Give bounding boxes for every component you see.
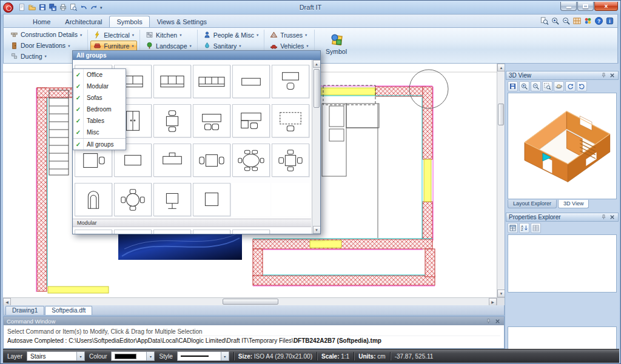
symbol-thumb-partial[interactable]	[153, 230, 191, 234]
rotate-ccw-icon[interactable]	[577, 81, 587, 91]
symbol-thumb-table-square[interactable]	[193, 183, 230, 216]
ribbon-button-construction-details[interactable]: Construction Details▾	[7, 30, 85, 40]
zoom-out-icon[interactable]	[531, 81, 541, 91]
symbol-group-tables[interactable]: ✓Tables	[73, 115, 126, 127]
undo-icon[interactable]	[79, 3, 88, 12]
ribbon-button-trusses[interactable]: Trusses▾	[267, 30, 311, 40]
zoom-in-icon[interactable]	[551, 16, 560, 25]
symbol-thumb-console-table[interactable]	[232, 65, 270, 98]
zoom-extents-icon[interactable]	[542, 81, 552, 91]
ribbon-button-kitchen[interactable]: Kitchen▾	[143, 30, 195, 40]
symbol-thumb-table-2chairs[interactable]	[153, 104, 191, 137]
symbol-group-office[interactable]: ✓Office	[73, 69, 126, 81]
symbol-thumb-desk-return[interactable]	[232, 104, 270, 137]
symbol-group-label: All groups	[87, 141, 113, 148]
chevron-down-icon[interactable]: ▾	[76, 352, 84, 360]
dropdown-scrollbar[interactable]: ▲ ▼	[312, 60, 320, 234]
vertical-scroll-thumb[interactable]	[498, 104, 504, 125]
symbol-thumb-table-round-6[interactable]	[232, 144, 270, 177]
panel-tab-layout-explorer[interactable]: Layout Explorer	[508, 200, 557, 208]
view3d-viewport[interactable]	[508, 93, 617, 199]
app-logo-icon[interactable]	[3, 2, 13, 13]
qat-dropdown-caret[interactable]: ▾	[100, 4, 102, 10]
layer-select[interactable]: Stairs ▾	[27, 351, 85, 361]
symbol-group-sofas[interactable]: ✓Sofas	[73, 92, 126, 104]
zoom-in-icon[interactable]	[519, 81, 529, 91]
print-icon[interactable]	[58, 3, 67, 12]
categorized-icon[interactable]	[508, 223, 518, 233]
tab-views-settings[interactable]: Views & Settings	[150, 16, 214, 27]
dropdown-scroll-thumb[interactable]	[314, 69, 320, 108]
symbol-thumb-desk-dashed[interactable]	[272, 104, 309, 137]
close-icon[interactable]	[609, 214, 616, 220]
properties-grid[interactable]	[508, 234, 617, 293]
symbol-thumb-table-square-4[interactable]	[272, 144, 309, 177]
symbol-thumb-partial[interactable]	[232, 230, 270, 234]
new-document-icon[interactable]	[17, 3, 26, 12]
horizontal-scrollbar[interactable]: ◀ ▶	[3, 297, 497, 305]
zoom-page-icon[interactable]	[540, 16, 549, 25]
scroll-up-arrow[interactable]: ▲	[313, 60, 321, 68]
tab-home[interactable]: Home	[25, 16, 58, 27]
save-all-icon[interactable]	[48, 3, 57, 12]
close-button[interactable]: ×	[594, 2, 618, 11]
pin-icon[interactable]	[600, 214, 607, 220]
save-icon[interactable]	[38, 3, 47, 12]
symbol-thumb-partial[interactable]	[114, 230, 152, 234]
ribbon-button-furniture[interactable]: Furniture▾	[90, 41, 137, 51]
symbol-thumb-sofa[interactable]	[153, 65, 191, 98]
chevron-down-icon[interactable]: ▾	[221, 352, 229, 360]
open-icon[interactable]	[27, 3, 36, 12]
ribbon-button-people-misc[interactable]: People & Misc▾	[200, 30, 261, 40]
symbol-group-modular[interactable]: ✓Modular	[73, 81, 126, 92]
pin-icon[interactable]	[485, 318, 492, 325]
tab-symbols[interactable]: Symbols	[109, 16, 149, 27]
symbol-thumb-partial[interactable]	[75, 230, 112, 234]
redo-icon[interactable]	[89, 3, 98, 12]
scroll-down-arrow[interactable]: ▼	[313, 226, 321, 234]
zoom-out-icon[interactable]	[562, 16, 571, 25]
ribbon-button-door-elevations[interactable]: Door Elevations▾	[7, 41, 85, 51]
symbol-button[interactable]: Symbol	[318, 30, 355, 62]
symbol-group-bedroom[interactable]: ✓Bedroom	[73, 104, 126, 115]
palette-icon[interactable]	[583, 16, 592, 25]
symbol-thumb-table-2end[interactable]	[193, 144, 230, 177]
horizontal-scroll-thumb[interactable]	[223, 299, 278, 305]
ribbon-button-sanitary[interactable]: Sanitary▾	[200, 41, 261, 51]
symbol-group-all-groups[interactable]: ✓All groups	[73, 138, 126, 150]
sort-az-icon[interactable]: AZ	[519, 223, 529, 233]
info-icon[interactable]: i	[605, 16, 614, 25]
close-icon[interactable]	[609, 72, 616, 79]
panel-tab-3d-view[interactable]: 3D View	[558, 200, 589, 208]
symbol-thumb-sofa-wide[interactable]	[193, 65, 230, 98]
chevron-down-icon[interactable]: ▾	[146, 352, 154, 360]
ribbon-button-vehicles[interactable]: Vehicles▾	[267, 41, 311, 51]
rotate-cw-icon[interactable]	[565, 81, 576, 91]
help-icon[interactable]: ?	[594, 16, 603, 25]
symbol-thumb-chair-u[interactable]	[75, 183, 112, 216]
grid-small-icon[interactable]	[531, 223, 541, 233]
symbol-thumb-desk-set[interactable]	[193, 104, 230, 137]
orbit-icon[interactable]	[554, 81, 564, 91]
save-icon[interactable]	[508, 81, 518, 91]
symbol-thumb-pedestal-table[interactable]	[153, 183, 191, 216]
style-select[interactable]: ▾	[177, 351, 229, 361]
pin-icon[interactable]	[600, 72, 607, 79]
document-tab-softpedia-dft[interactable]: Softpedia.dft	[45, 306, 92, 315]
vertical-scrollbar[interactable]: ▲ ▼	[497, 64, 505, 297]
ribbon-button-electrical[interactable]: Electrical▾	[90, 30, 137, 40]
minimize-button[interactable]	[560, 2, 577, 11]
document-tab-drawing1[interactable]: Drawing1	[5, 306, 44, 315]
symbol-thumb-partial[interactable]	[193, 230, 230, 234]
tab-architectural[interactable]: Architectural	[58, 16, 109, 27]
symbol-thumb-table-round-4[interactable]	[114, 183, 152, 216]
close-icon[interactable]	[494, 318, 501, 325]
symbol-thumb-table-drop[interactable]	[153, 144, 191, 177]
maximize-button[interactable]	[577, 2, 594, 11]
colour-select[interactable]: ▾	[111, 351, 155, 361]
grid-icon[interactable]	[572, 16, 582, 25]
symbol-thumb-desk-chair[interactable]	[272, 65, 309, 98]
print-preview-icon[interactable]	[69, 3, 78, 12]
symbol-group-misc[interactable]: ✓Misc	[73, 127, 126, 138]
ribbon-button-landscape[interactable]: Landscape▾	[143, 41, 195, 51]
